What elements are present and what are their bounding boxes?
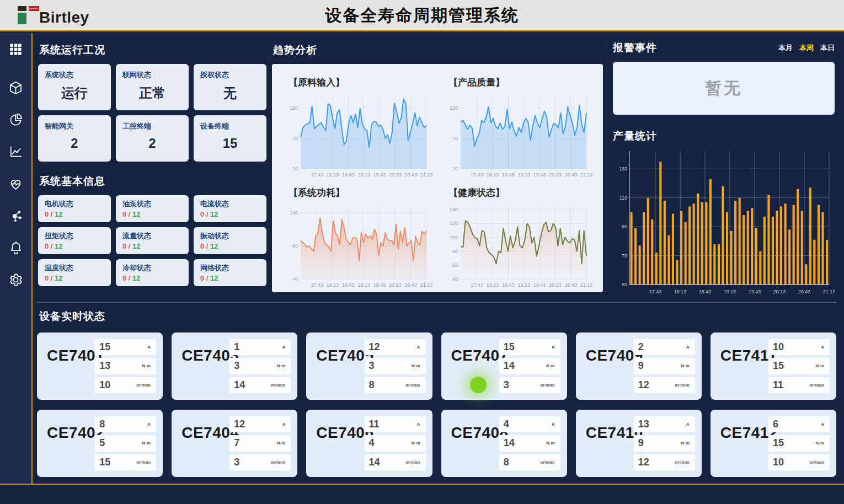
metric-value: 1	[234, 341, 239, 353]
metric-unit: m³/min	[675, 383, 690, 388]
device-name: CE7405	[316, 347, 364, 393]
pie-chart-icon[interactable]	[5, 111, 27, 128]
metric-unit: A	[821, 422, 824, 427]
device-metric-row: 8m³/min	[365, 377, 426, 393]
metric-unit: m³/min	[810, 383, 824, 388]
device-card[interactable]: CE740412A7N·m3m³/min	[172, 410, 297, 477]
svg-text:18:13: 18:13	[327, 282, 339, 288]
gear-icon[interactable]	[5, 271, 27, 288]
svg-text:20:13: 20:13	[773, 289, 786, 294]
alarm-ratio: 0 / 12	[122, 274, 182, 282]
device-card[interactable]: CE74092A9N·m12m³/min	[576, 333, 702, 400]
chart-power: 【系统功耗】 17:4318:1318:4319:1319:4320:1320:…	[277, 179, 437, 289]
device-card[interactable]: CE741110A15N·m11m³/min	[711, 333, 836, 400]
device-metric-row: 12m³/min	[634, 454, 695, 470]
device-card[interactable]: CE741013A9N·m12m³/min	[576, 410, 702, 477]
device-card[interactable]: CE74084A14N·m8m³/min	[441, 410, 567, 477]
device-card[interactable]: CE74028A5N·m15m³/min	[37, 410, 163, 477]
device-metrics: 11A4N·m14m³/min	[365, 416, 426, 470]
metric-value: 14	[504, 437, 515, 449]
metric-unit: A	[282, 422, 286, 427]
svg-text:21:13: 21:13	[823, 289, 835, 294]
svg-text:20:13: 20:13	[549, 282, 562, 288]
device-card[interactable]: CE740512A3N·m8m³/min	[306, 333, 432, 400]
svg-text:120: 120	[290, 105, 298, 111]
chart-raw-input: 【原料输入】 17:4318:1318:4319:1319:4320:1320:…	[277, 68, 437, 179]
devices-title: 设备实时状态	[39, 309, 836, 324]
health-heart-icon[interactable]	[5, 175, 27, 192]
device-metric-row: 6A	[768, 416, 830, 432]
alarm-header: 报警事件 本月本周本日	[613, 41, 835, 55]
metric-value: 10	[773, 457, 784, 468]
info-card: 温度状态0 / 12	[38, 259, 111, 286]
device-metric-row: 14N·m	[499, 358, 560, 374]
device-metric-row: 8m³/min	[499, 454, 560, 470]
metric-unit: m³/min	[675, 460, 690, 465]
svg-text:21:13: 21:13	[580, 172, 593, 178]
alarm-tab-本日[interactable]: 本日	[820, 43, 835, 53]
info-card: 网络状态0 / 12	[194, 259, 266, 286]
svg-text:40: 40	[292, 276, 298, 282]
metric-unit: m³/min	[136, 383, 151, 388]
status-card: 工控终端2	[116, 115, 189, 162]
device-card[interactable]: CE74031A3N·m14m³/min	[172, 333, 297, 400]
device-name: CE7409	[586, 347, 634, 393]
raw-input-chart: 17:4318:1318:4319:1319:4320:1320:4321:13…	[282, 90, 433, 179]
chart-title: 【系统功耗】	[282, 182, 433, 197]
device-card[interactable]: CE74126A15N·m10m³/min	[711, 410, 836, 477]
page-title: 设备全寿命周期管理系统	[0, 0, 844, 31]
svg-text:17:43: 17:43	[471, 172, 483, 178]
device-metric-row: 3m³/min	[229, 454, 291, 470]
alarm-ratio: 0 / 12	[45, 274, 104, 282]
metric-value: 14	[234, 379, 245, 391]
metric-unit: N·m	[412, 441, 420, 446]
device-metrics: 1A3N·m14m³/min	[229, 339, 291, 393]
alarm-tab-本月[interactable]: 本月	[778, 43, 793, 53]
device-name: CE7403	[181, 347, 229, 393]
device-card[interactable]: CE740611A4N·m14m³/min	[306, 410, 432, 477]
card-label: 振动状态	[200, 231, 260, 241]
metric-value: 3	[234, 360, 239, 372]
svg-text:90: 90	[622, 224, 627, 229]
card-value: 2	[122, 136, 182, 151]
device-metrics: 13A9N·m12m³/min	[634, 416, 695, 470]
metric-unit: m³/min	[271, 460, 285, 465]
info-card: 振动状态0 / 12	[194, 227, 266, 254]
card-label: 冷却状态	[122, 263, 182, 273]
network-icon[interactable]	[5, 207, 27, 224]
svg-text:19:43: 19:43	[533, 172, 546, 178]
device-card[interactable]: CE740715A14N·m3m³/min	[441, 333, 567, 400]
metric-value: 8	[369, 379, 375, 391]
alarm-tab-本周[interactable]: 本周	[799, 43, 814, 53]
device-card[interactable]: CE740115A13N·m10m³/min	[37, 333, 163, 400]
cube-icon[interactable]	[5, 79, 27, 96]
alarm-ratio: 0 / 12	[200, 210, 260, 218]
metric-value: 13	[99, 360, 110, 372]
metric-value: 13	[638, 419, 649, 430]
svg-text:20:43: 20:43	[404, 282, 417, 288]
metric-value: 3	[234, 457, 239, 468]
device-metric-row: 8A	[95, 416, 156, 432]
line-chart-icon[interactable]	[5, 143, 27, 160]
info-card: 油泵状态0 / 12	[116, 195, 189, 222]
svg-text:21:13: 21:13	[580, 282, 593, 288]
metric-unit: m³/min	[810, 460, 824, 465]
device-metric-row: 12A	[365, 339, 426, 355]
apps-grid-icon[interactable]	[5, 41, 27, 57]
card-value: 无	[200, 84, 260, 102]
metric-value: 15	[504, 341, 515, 353]
bell-icon[interactable]	[5, 239, 27, 256]
devices-panel: 设备实时状态 CE740115A13N·m10m³/minCE74031A3N·…	[37, 302, 836, 477]
chart-health: 【健康状态】 17:4318:1318:4319:1319:4320:1320:…	[437, 179, 597, 289]
status-card: 设备终端15	[194, 115, 266, 162]
device-metric-row: 15N·m	[768, 358, 830, 374]
card-label: 温度状态	[45, 263, 104, 273]
svg-text:19:13: 19:13	[357, 282, 370, 288]
device-metric-row: 3N·m	[365, 358, 426, 374]
metric-value: 2	[638, 341, 644, 353]
metric-value: 5	[99, 437, 105, 449]
metric-unit: A	[686, 345, 690, 350]
svg-text:100: 100	[450, 235, 458, 240]
svg-text:20: 20	[292, 166, 298, 171]
svg-text:60: 60	[452, 262, 458, 268]
